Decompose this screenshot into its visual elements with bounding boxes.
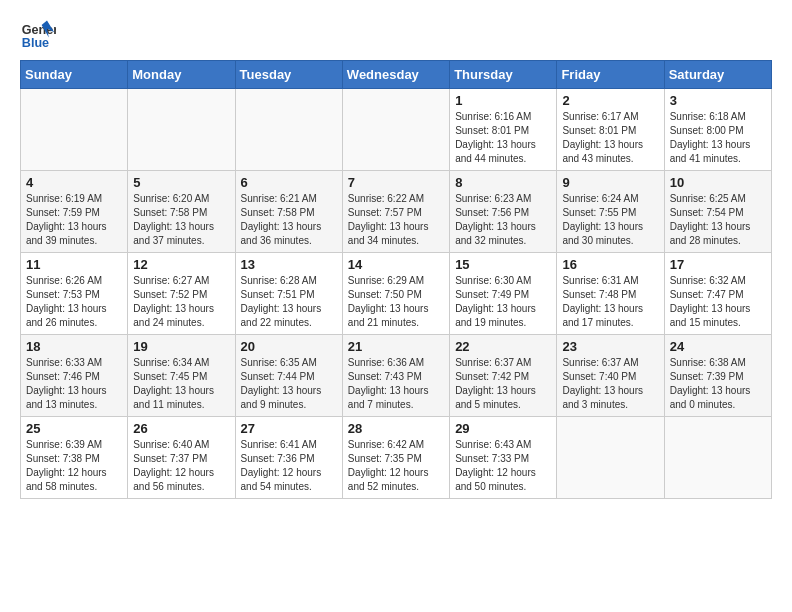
calendar-cell: 29Sunrise: 6:43 AM Sunset: 7:33 PM Dayli… [450, 417, 557, 499]
calendar-cell: 13Sunrise: 6:28 AM Sunset: 7:51 PM Dayli… [235, 253, 342, 335]
day-number: 4 [26, 175, 122, 190]
day-detail: Sunrise: 6:36 AM Sunset: 7:43 PM Dayligh… [348, 356, 444, 412]
svg-text:Blue: Blue [22, 36, 49, 50]
day-detail: Sunrise: 6:42 AM Sunset: 7:35 PM Dayligh… [348, 438, 444, 494]
calendar-cell [128, 89, 235, 171]
calendar-cell: 25Sunrise: 6:39 AM Sunset: 7:38 PM Dayli… [21, 417, 128, 499]
day-detail: Sunrise: 6:41 AM Sunset: 7:36 PM Dayligh… [241, 438, 337, 494]
day-number: 7 [348, 175, 444, 190]
day-number: 15 [455, 257, 551, 272]
calendar-week-row: 18Sunrise: 6:33 AM Sunset: 7:46 PM Dayli… [21, 335, 772, 417]
day-detail: Sunrise: 6:21 AM Sunset: 7:58 PM Dayligh… [241, 192, 337, 248]
day-number: 13 [241, 257, 337, 272]
day-detail: Sunrise: 6:27 AM Sunset: 7:52 PM Dayligh… [133, 274, 229, 330]
day-number: 1 [455, 93, 551, 108]
day-detail: Sunrise: 6:30 AM Sunset: 7:49 PM Dayligh… [455, 274, 551, 330]
calendar-cell: 21Sunrise: 6:36 AM Sunset: 7:43 PM Dayli… [342, 335, 449, 417]
day-detail: Sunrise: 6:40 AM Sunset: 7:37 PM Dayligh… [133, 438, 229, 494]
day-detail: Sunrise: 6:26 AM Sunset: 7:53 PM Dayligh… [26, 274, 122, 330]
day-detail: Sunrise: 6:39 AM Sunset: 7:38 PM Dayligh… [26, 438, 122, 494]
calendar-cell: 17Sunrise: 6:32 AM Sunset: 7:47 PM Dayli… [664, 253, 771, 335]
calendar-cell: 11Sunrise: 6:26 AM Sunset: 7:53 PM Dayli… [21, 253, 128, 335]
calendar-week-row: 25Sunrise: 6:39 AM Sunset: 7:38 PM Dayli… [21, 417, 772, 499]
day-number: 10 [670, 175, 766, 190]
calendar-cell: 2Sunrise: 6:17 AM Sunset: 8:01 PM Daylig… [557, 89, 664, 171]
header-thursday: Thursday [450, 61, 557, 89]
header-wednesday: Wednesday [342, 61, 449, 89]
day-number: 21 [348, 339, 444, 354]
day-detail: Sunrise: 6:38 AM Sunset: 7:39 PM Dayligh… [670, 356, 766, 412]
calendar-week-row: 1Sunrise: 6:16 AM Sunset: 8:01 PM Daylig… [21, 89, 772, 171]
calendar-cell: 16Sunrise: 6:31 AM Sunset: 7:48 PM Dayli… [557, 253, 664, 335]
day-number: 11 [26, 257, 122, 272]
day-detail: Sunrise: 6:20 AM Sunset: 7:58 PM Dayligh… [133, 192, 229, 248]
day-detail: Sunrise: 6:35 AM Sunset: 7:44 PM Dayligh… [241, 356, 337, 412]
day-detail: Sunrise: 6:34 AM Sunset: 7:45 PM Dayligh… [133, 356, 229, 412]
day-number: 5 [133, 175, 229, 190]
calendar-cell: 6Sunrise: 6:21 AM Sunset: 7:58 PM Daylig… [235, 171, 342, 253]
day-detail: Sunrise: 6:22 AM Sunset: 7:57 PM Dayligh… [348, 192, 444, 248]
day-number: 12 [133, 257, 229, 272]
calendar-week-row: 4Sunrise: 6:19 AM Sunset: 7:59 PM Daylig… [21, 171, 772, 253]
calendar-cell: 9Sunrise: 6:24 AM Sunset: 7:55 PM Daylig… [557, 171, 664, 253]
day-number: 2 [562, 93, 658, 108]
header-sunday: Sunday [21, 61, 128, 89]
day-detail: Sunrise: 6:23 AM Sunset: 7:56 PM Dayligh… [455, 192, 551, 248]
calendar-cell: 10Sunrise: 6:25 AM Sunset: 7:54 PM Dayli… [664, 171, 771, 253]
day-number: 3 [670, 93, 766, 108]
calendar-cell: 27Sunrise: 6:41 AM Sunset: 7:36 PM Dayli… [235, 417, 342, 499]
calendar-cell: 18Sunrise: 6:33 AM Sunset: 7:46 PM Dayli… [21, 335, 128, 417]
day-detail: Sunrise: 6:24 AM Sunset: 7:55 PM Dayligh… [562, 192, 658, 248]
day-detail: Sunrise: 6:32 AM Sunset: 7:47 PM Dayligh… [670, 274, 766, 330]
calendar-cell: 15Sunrise: 6:30 AM Sunset: 7:49 PM Dayli… [450, 253, 557, 335]
day-number: 25 [26, 421, 122, 436]
calendar-cell [664, 417, 771, 499]
day-number: 8 [455, 175, 551, 190]
calendar-cell: 26Sunrise: 6:40 AM Sunset: 7:37 PM Dayli… [128, 417, 235, 499]
calendar-cell: 12Sunrise: 6:27 AM Sunset: 7:52 PM Dayli… [128, 253, 235, 335]
day-detail: Sunrise: 6:43 AM Sunset: 7:33 PM Dayligh… [455, 438, 551, 494]
day-number: 18 [26, 339, 122, 354]
calendar-cell: 19Sunrise: 6:34 AM Sunset: 7:45 PM Dayli… [128, 335, 235, 417]
header-friday: Friday [557, 61, 664, 89]
day-number: 28 [348, 421, 444, 436]
day-number: 19 [133, 339, 229, 354]
calendar-cell: 1Sunrise: 6:16 AM Sunset: 8:01 PM Daylig… [450, 89, 557, 171]
logo: General Blue [20, 16, 60, 52]
calendar-cell: 4Sunrise: 6:19 AM Sunset: 7:59 PM Daylig… [21, 171, 128, 253]
day-number: 23 [562, 339, 658, 354]
day-number: 9 [562, 175, 658, 190]
calendar-table: SundayMondayTuesdayWednesdayThursdayFrid… [20, 60, 772, 499]
day-number: 16 [562, 257, 658, 272]
day-detail: Sunrise: 6:18 AM Sunset: 8:00 PM Dayligh… [670, 110, 766, 166]
day-detail: Sunrise: 6:37 AM Sunset: 7:40 PM Dayligh… [562, 356, 658, 412]
calendar-cell: 8Sunrise: 6:23 AM Sunset: 7:56 PM Daylig… [450, 171, 557, 253]
calendar-cell: 22Sunrise: 6:37 AM Sunset: 7:42 PM Dayli… [450, 335, 557, 417]
day-detail: Sunrise: 6:25 AM Sunset: 7:54 PM Dayligh… [670, 192, 766, 248]
day-number: 27 [241, 421, 337, 436]
day-number: 6 [241, 175, 337, 190]
calendar-cell [235, 89, 342, 171]
calendar-cell: 23Sunrise: 6:37 AM Sunset: 7:40 PM Dayli… [557, 335, 664, 417]
day-number: 14 [348, 257, 444, 272]
day-detail: Sunrise: 6:28 AM Sunset: 7:51 PM Dayligh… [241, 274, 337, 330]
header-saturday: Saturday [664, 61, 771, 89]
calendar-cell: 24Sunrise: 6:38 AM Sunset: 7:39 PM Dayli… [664, 335, 771, 417]
calendar-cell: 28Sunrise: 6:42 AM Sunset: 7:35 PM Dayli… [342, 417, 449, 499]
calendar-cell [557, 417, 664, 499]
page-header: General Blue [20, 16, 772, 52]
calendar-cell: 5Sunrise: 6:20 AM Sunset: 7:58 PM Daylig… [128, 171, 235, 253]
calendar-cell: 7Sunrise: 6:22 AM Sunset: 7:57 PM Daylig… [342, 171, 449, 253]
calendar-header-row: SundayMondayTuesdayWednesdayThursdayFrid… [21, 61, 772, 89]
day-detail: Sunrise: 6:17 AM Sunset: 8:01 PM Dayligh… [562, 110, 658, 166]
calendar-cell: 3Sunrise: 6:18 AM Sunset: 8:00 PM Daylig… [664, 89, 771, 171]
day-number: 24 [670, 339, 766, 354]
header-tuesday: Tuesday [235, 61, 342, 89]
calendar-cell [21, 89, 128, 171]
day-detail: Sunrise: 6:31 AM Sunset: 7:48 PM Dayligh… [562, 274, 658, 330]
day-detail: Sunrise: 6:37 AM Sunset: 7:42 PM Dayligh… [455, 356, 551, 412]
day-number: 17 [670, 257, 766, 272]
day-number: 20 [241, 339, 337, 354]
calendar-cell [342, 89, 449, 171]
calendar-cell: 14Sunrise: 6:29 AM Sunset: 7:50 PM Dayli… [342, 253, 449, 335]
